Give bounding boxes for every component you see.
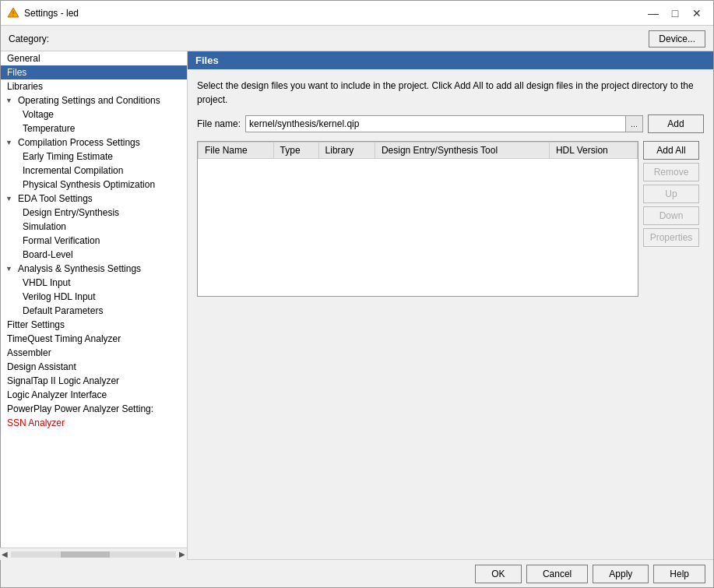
sidebar-item-label: Verilog HDL Input bbox=[23, 291, 96, 302]
sidebar-scrollbar[interactable]: ◀ ▶ bbox=[1, 548, 187, 560]
expand-arrow-operating: ▼ bbox=[5, 97, 16, 104]
bottom-bar: OK Cancel Apply Help bbox=[1, 559, 713, 587]
svg-point-2 bbox=[12, 15, 14, 16]
sidebar-item-formal[interactable]: Formal Verification bbox=[1, 234, 187, 248]
sidebar-item-label: Libraries bbox=[7, 81, 43, 92]
sidebar-item-label: Formal Verification bbox=[23, 235, 100, 246]
sidebar-item-early-timing[interactable]: Early Timing Estimate bbox=[1, 150, 187, 164]
add-button[interactable]: Add bbox=[648, 114, 704, 133]
sidebar-group-label: Operating Settings and Conditions bbox=[18, 95, 160, 106]
panel-body: Select the design files you want to incl… bbox=[188, 69, 713, 559]
app-icon bbox=[7, 7, 19, 19]
sidebar-group-compilation[interactable]: ▼ Compilation Process Settings bbox=[1, 136, 187, 150]
sidebar-item-label: General bbox=[7, 53, 40, 64]
sidebar-item-vhdl[interactable]: VHDL Input bbox=[1, 276, 187, 290]
sidebar-item-label: Files bbox=[7, 67, 26, 78]
file-name-row: File name: ... Add bbox=[197, 114, 704, 133]
sidebar-item-label: TimeQuest Timing Analyzer bbox=[7, 333, 121, 344]
col-hdl-version: HDL Version bbox=[549, 143, 637, 159]
scroll-thumb bbox=[61, 551, 111, 558]
panel-header: Files bbox=[188, 51, 713, 69]
sidebar-item-label: Logic Analyzer Interface bbox=[7, 389, 107, 400]
sidebar-group-label: Compilation Process Settings bbox=[18, 137, 140, 148]
category-bar: Category: Device... bbox=[1, 26, 713, 51]
file-name-input[interactable] bbox=[246, 116, 625, 132]
sidebar-item-label: Design Entry/Synthesis bbox=[23, 207, 119, 218]
sidebar-item-label: SignalTap II Logic Analyzer bbox=[7, 375, 119, 386]
sidebar-item-label: VHDL Input bbox=[23, 277, 71, 288]
sidebar-item-board[interactable]: Board-Level bbox=[1, 248, 187, 262]
expand-arrow-compilation: ▼ bbox=[5, 139, 16, 146]
sidebar-group-operating[interactable]: ▼ Operating Settings and Conditions bbox=[1, 93, 187, 107]
category-label: Category: bbox=[9, 33, 49, 44]
window-title: Settings - led bbox=[24, 8, 643, 19]
maximize-button[interactable]: □ bbox=[665, 5, 685, 22]
scroll-right-arrow[interactable]: ▶ bbox=[179, 550, 185, 558]
apply-button[interactable]: Apply bbox=[593, 565, 649, 583]
close-button[interactable]: ✕ bbox=[687, 5, 707, 22]
sidebar-item-label: Physical Synthesis Optimization bbox=[23, 179, 155, 190]
expand-arrow-eda: ▼ bbox=[5, 195, 16, 202]
sidebar-item-fitter[interactable]: Fitter Settings bbox=[1, 318, 187, 332]
ok-button[interactable]: OK bbox=[475, 565, 522, 583]
minimize-button[interactable]: — bbox=[643, 5, 663, 22]
browse-button[interactable]: ... bbox=[625, 116, 642, 132]
sidebar-item-label: Board-Level bbox=[23, 249, 73, 260]
remove-button[interactable]: Remove bbox=[643, 163, 699, 181]
sidebar-item-simulation[interactable]: Simulation bbox=[1, 220, 187, 234]
sidebar-item-powerplay[interactable]: PowerPlay Power Analyzer Setting: bbox=[1, 402, 187, 416]
side-buttons: Add All Remove Up Down Properties bbox=[638, 141, 704, 247]
up-button[interactable]: Up bbox=[643, 185, 699, 203]
sidebar: General Files Libraries ▼ Operating Sett… bbox=[1, 51, 188, 559]
sidebar-item-label: Simulation bbox=[23, 221, 66, 232]
sidebar-item-incremental[interactable]: Incremental Compilation bbox=[1, 164, 187, 178]
file-table-wrap[interactable]: File Name Type Library Design Entry/Synt… bbox=[197, 141, 638, 297]
properties-button[interactable]: Properties bbox=[643, 228, 699, 247]
sidebar-item-assembler[interactable]: Assembler bbox=[1, 346, 187, 360]
scroll-track bbox=[11, 551, 176, 558]
down-button[interactable]: Down bbox=[643, 206, 699, 225]
sidebar-item-physical-synthesis[interactable]: Physical Synthesis Optimization bbox=[1, 178, 187, 192]
col-library: Library bbox=[318, 143, 375, 159]
sidebar-group-label: Analysis & Synthesis Settings bbox=[18, 263, 141, 274]
sidebar-item-voltage[interactable]: Voltage bbox=[1, 107, 187, 121]
sidebar-item-default-params[interactable]: Default Parameters bbox=[1, 304, 187, 318]
sidebar-item-libraries[interactable]: Libraries bbox=[1, 79, 187, 93]
sidebar-item-temperature[interactable]: Temperature bbox=[1, 121, 187, 136]
sidebar-item-signaltap[interactable]: SignalTap II Logic Analyzer bbox=[1, 374, 187, 388]
col-type: Type bbox=[273, 143, 318, 159]
sidebar-item-label: Default Parameters bbox=[23, 305, 103, 316]
titlebar: Settings - led — □ ✕ bbox=[1, 1, 713, 26]
sidebar-item-label: Design Assistant bbox=[7, 361, 76, 372]
sidebar-item-ssn[interactable]: SSN Analyzer bbox=[1, 416, 187, 430]
file-input-wrap: ... bbox=[245, 115, 643, 132]
sidebar-item-timequest[interactable]: TimeQuest Timing Analyzer bbox=[1, 332, 187, 346]
sidebar-item-label: Incremental Compilation bbox=[23, 165, 123, 176]
help-button[interactable]: Help bbox=[653, 565, 705, 583]
table-buttons-row: File Name Type Library Design Entry/Synt… bbox=[197, 141, 704, 550]
right-panel: Files Select the design files you want t… bbox=[188, 51, 713, 559]
sidebar-item-label: Assembler bbox=[7, 347, 51, 358]
sidebar-item-design-assistant[interactable]: Design Assistant bbox=[1, 360, 187, 374]
sidebar-item-label: SSN Analyzer bbox=[7, 417, 65, 428]
sidebar-group-analysis[interactable]: ▼ Analysis & Synthesis Settings bbox=[1, 262, 187, 276]
add-all-button[interactable]: Add All bbox=[643, 141, 699, 160]
sidebar-item-general[interactable]: General bbox=[1, 51, 187, 65]
sidebar-item-label: Voltage bbox=[23, 109, 54, 120]
expand-arrow-analysis: ▼ bbox=[5, 265, 16, 273]
cancel-button[interactable]: Cancel bbox=[526, 565, 588, 583]
window-controls: — □ ✕ bbox=[643, 5, 707, 22]
scroll-left-arrow[interactable]: ◀ bbox=[2, 550, 8, 558]
sidebar-item-label: Fitter Settings bbox=[7, 319, 65, 330]
sidebar-item-verilog[interactable]: Verilog HDL Input bbox=[1, 290, 187, 304]
sidebar-group-label: EDA Tool Settings bbox=[18, 193, 93, 204]
sidebar-item-label: Temperature bbox=[23, 123, 75, 134]
sidebar-item-design-entry[interactable]: Design Entry/Synthesis bbox=[1, 206, 187, 220]
description-text: Select the design files you want to incl… bbox=[197, 79, 704, 107]
content-area: Category: Device... General Files Librar… bbox=[1, 26, 713, 587]
device-button[interactable]: Device... bbox=[649, 30, 705, 48]
col-filename: File Name bbox=[199, 143, 274, 159]
sidebar-item-files[interactable]: Files bbox=[1, 65, 187, 79]
sidebar-group-eda[interactable]: ▼ EDA Tool Settings bbox=[1, 192, 187, 206]
sidebar-item-logic-analyzer[interactable]: Logic Analyzer Interface bbox=[1, 388, 187, 402]
